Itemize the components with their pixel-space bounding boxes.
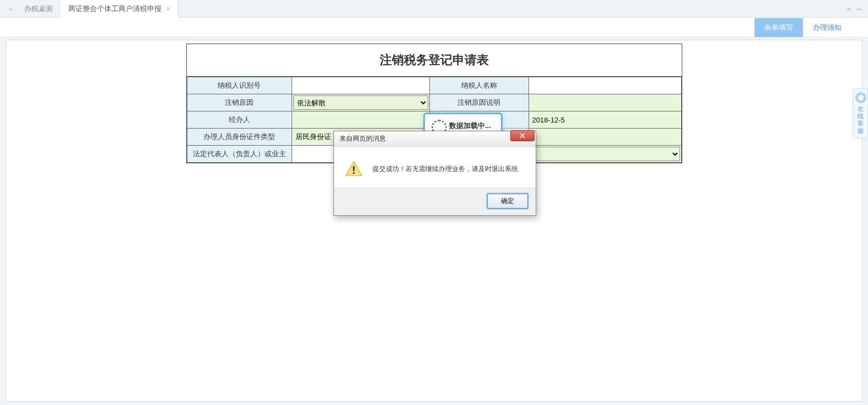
close-icon <box>520 133 525 138</box>
warning-icon <box>345 160 363 178</box>
dialog-title: 来自网页的消息 <box>339 134 533 143</box>
dialog-ok-button[interactable]: 确定 <box>487 194 528 209</box>
dialog-overlay: 来自网页的消息 提交成功！若无需继续办理业务，请及时退出系统 确定 <box>0 0 868 405</box>
svg-rect-1 <box>353 172 355 174</box>
dialog-body: 提交成功！若无需继续办理业务，请及时退出系统 <box>334 147 536 188</box>
dialog-message: 提交成功！若无需继续办理业务，请及时退出系统 <box>373 164 518 174</box>
dialog-close-button[interactable] <box>510 130 535 141</box>
dialog-titlebar[interactable]: 来自网页的消息 <box>334 131 536 147</box>
svg-rect-0 <box>353 166 355 171</box>
message-dialog: 来自网页的消息 提交成功！若无需继续办理业务，请及时退出系统 确定 <box>333 131 536 216</box>
dialog-footer: 确定 <box>334 188 536 215</box>
